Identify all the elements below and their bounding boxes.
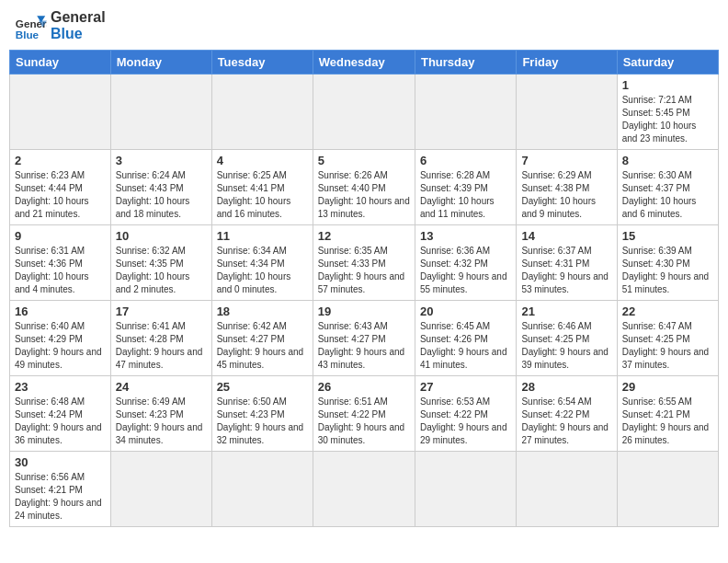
- day-number: 30: [15, 455, 106, 469]
- calendar-day-cell: 3Sunrise: 6:24 AM Sunset: 4:43 PM Daylig…: [110, 150, 211, 225]
- day-number: 3: [116, 154, 207, 167]
- day-info: Sunrise: 6:34 AM Sunset: 4:34 PM Dayligh…: [217, 245, 308, 296]
- day-number: 27: [420, 380, 511, 394]
- calendar-day-cell: [211, 75, 313, 150]
- day-info: Sunrise: 6:37 AM Sunset: 4:31 PM Dayligh…: [521, 245, 611, 296]
- calendar-week-row: 30Sunrise: 6:56 AM Sunset: 4:21 PM Dayli…: [10, 452, 719, 527]
- calendar-day-cell: [313, 452, 415, 527]
- day-number: 29: [622, 380, 713, 394]
- day-info: Sunrise: 6:51 AM Sunset: 4:22 PM Dayligh…: [318, 396, 410, 447]
- day-number: 13: [420, 229, 511, 243]
- page-header: General Blue General Blue: [9, 9, 719, 42]
- calendar-day-cell: [313, 75, 415, 150]
- day-info: Sunrise: 6:26 AM Sunset: 4:40 PM Dayligh…: [318, 169, 410, 221]
- calendar-day-cell: 1Sunrise: 7:21 AM Sunset: 5:45 PM Daylig…: [617, 75, 718, 150]
- day-info: Sunrise: 6:25 AM Sunset: 4:41 PM Dayligh…: [217, 169, 308, 221]
- calendar-header-sunday: Sunday: [10, 51, 111, 75]
- day-number: 21: [521, 304, 611, 318]
- day-info: Sunrise: 7:21 AM Sunset: 5:45 PM Dayligh…: [622, 94, 713, 145]
- calendar-day-cell: [517, 452, 617, 527]
- day-info: Sunrise: 6:36 AM Sunset: 4:32 PM Dayligh…: [420, 245, 511, 296]
- calendar-day-cell: [415, 75, 516, 150]
- day-number: 8: [622, 154, 713, 167]
- logo-general: General: [51, 9, 106, 26]
- calendar-day-cell: [415, 452, 516, 527]
- day-number: 1: [622, 78, 713, 92]
- day-info: Sunrise: 6:29 AM Sunset: 4:38 PM Dayligh…: [521, 169, 611, 221]
- calendar-day-cell: 26Sunrise: 6:51 AM Sunset: 4:22 PM Dayli…: [313, 376, 415, 452]
- day-info: Sunrise: 6:56 AM Sunset: 4:21 PM Dayligh…: [15, 471, 106, 523]
- calendar-header-row: SundayMondayTuesdayWednesdayThursdayFrid…: [10, 51, 719, 75]
- calendar-week-row: 2Sunrise: 6:23 AM Sunset: 4:44 PM Daylig…: [10, 150, 719, 225]
- day-number: 6: [420, 154, 511, 167]
- day-number: 5: [318, 154, 410, 167]
- logo: General Blue General Blue: [14, 9, 106, 42]
- calendar-day-cell: 5Sunrise: 6:26 AM Sunset: 4:40 PM Daylig…: [313, 150, 415, 225]
- calendar-day-cell: 11Sunrise: 6:34 AM Sunset: 4:34 PM Dayli…: [211, 225, 313, 301]
- calendar-day-cell: 6Sunrise: 6:28 AM Sunset: 4:39 PM Daylig…: [415, 150, 516, 225]
- day-number: 17: [116, 304, 207, 318]
- calendar-table: SundayMondayTuesdayWednesdayThursdayFrid…: [9, 50, 719, 527]
- day-number: 2: [15, 154, 106, 167]
- day-number: 24: [116, 380, 207, 394]
- day-info: Sunrise: 6:45 AM Sunset: 4:26 PM Dayligh…: [420, 320, 511, 372]
- calendar-day-cell: 9Sunrise: 6:31 AM Sunset: 4:36 PM Daylig…: [10, 225, 111, 301]
- day-info: Sunrise: 6:49 AM Sunset: 4:23 PM Dayligh…: [116, 396, 207, 447]
- day-info: Sunrise: 6:35 AM Sunset: 4:33 PM Dayligh…: [318, 245, 410, 296]
- day-number: 12: [318, 229, 410, 243]
- calendar-day-cell: 2Sunrise: 6:23 AM Sunset: 4:44 PM Daylig…: [10, 150, 111, 225]
- logo-icon: General Blue: [14, 9, 47, 42]
- calendar-day-cell: 24Sunrise: 6:49 AM Sunset: 4:23 PM Dayli…: [110, 376, 211, 452]
- day-number: 10: [116, 229, 207, 243]
- day-info: Sunrise: 6:31 AM Sunset: 4:36 PM Dayligh…: [15, 245, 106, 296]
- day-info: Sunrise: 6:28 AM Sunset: 4:39 PM Dayligh…: [420, 169, 511, 221]
- calendar-day-cell: 23Sunrise: 6:48 AM Sunset: 4:24 PM Dayli…: [10, 376, 111, 452]
- logo-blue: Blue: [51, 26, 106, 42]
- calendar-day-cell: 4Sunrise: 6:25 AM Sunset: 4:41 PM Daylig…: [211, 150, 313, 225]
- calendar-day-cell: 28Sunrise: 6:54 AM Sunset: 4:22 PM Dayli…: [517, 376, 617, 452]
- calendar-header-monday: Monday: [110, 51, 211, 75]
- day-info: Sunrise: 6:48 AM Sunset: 4:24 PM Dayligh…: [15, 396, 106, 447]
- day-info: Sunrise: 6:54 AM Sunset: 4:22 PM Dayligh…: [521, 396, 611, 447]
- calendar-day-cell: 27Sunrise: 6:53 AM Sunset: 4:22 PM Dayli…: [415, 376, 516, 452]
- day-number: 16: [15, 304, 106, 318]
- calendar-day-cell: 20Sunrise: 6:45 AM Sunset: 4:26 PM Dayli…: [415, 301, 516, 376]
- day-number: 18: [217, 304, 308, 318]
- day-info: Sunrise: 6:43 AM Sunset: 4:27 PM Dayligh…: [318, 320, 410, 372]
- calendar-day-cell: [110, 75, 211, 150]
- day-number: 15: [622, 229, 713, 243]
- day-info: Sunrise: 6:39 AM Sunset: 4:30 PM Dayligh…: [622, 245, 713, 296]
- day-number: 25: [217, 380, 308, 394]
- day-number: 11: [217, 229, 308, 243]
- calendar-day-cell: 17Sunrise: 6:41 AM Sunset: 4:28 PM Dayli…: [110, 301, 211, 376]
- calendar-day-cell: [110, 452, 211, 527]
- calendar-day-cell: 29Sunrise: 6:55 AM Sunset: 4:21 PM Dayli…: [617, 376, 718, 452]
- calendar-day-cell: 16Sunrise: 6:40 AM Sunset: 4:29 PM Dayli…: [10, 301, 111, 376]
- day-number: 23: [15, 380, 106, 394]
- day-info: Sunrise: 6:24 AM Sunset: 4:43 PM Dayligh…: [116, 169, 207, 221]
- calendar-header-saturday: Saturday: [617, 51, 718, 75]
- day-number: 9: [15, 229, 106, 243]
- day-info: Sunrise: 6:53 AM Sunset: 4:22 PM Dayligh…: [420, 396, 511, 447]
- day-info: Sunrise: 6:23 AM Sunset: 4:44 PM Dayligh…: [15, 169, 106, 221]
- day-info: Sunrise: 6:55 AM Sunset: 4:21 PM Dayligh…: [622, 396, 713, 447]
- svg-text:Blue: Blue: [16, 29, 40, 40]
- calendar-day-cell: [617, 452, 718, 527]
- day-number: 14: [521, 229, 611, 243]
- calendar-day-cell: 14Sunrise: 6:37 AM Sunset: 4:31 PM Dayli…: [517, 225, 617, 301]
- calendar-day-cell: 25Sunrise: 6:50 AM Sunset: 4:23 PM Dayli…: [211, 376, 313, 452]
- calendar-day-cell: 7Sunrise: 6:29 AM Sunset: 4:38 PM Daylig…: [517, 150, 617, 225]
- day-info: Sunrise: 6:46 AM Sunset: 4:25 PM Dayligh…: [521, 320, 611, 372]
- calendar-day-cell: 30Sunrise: 6:56 AM Sunset: 4:21 PM Dayli…: [10, 452, 111, 527]
- calendar-day-cell: 18Sunrise: 6:42 AM Sunset: 4:27 PM Dayli…: [211, 301, 313, 376]
- calendar-week-row: 16Sunrise: 6:40 AM Sunset: 4:29 PM Dayli…: [10, 301, 719, 376]
- calendar-week-row: 23Sunrise: 6:48 AM Sunset: 4:24 PM Dayli…: [10, 376, 719, 452]
- calendar-header-tuesday: Tuesday: [211, 51, 313, 75]
- day-number: 26: [318, 380, 410, 394]
- calendar-header-wednesday: Wednesday: [313, 51, 415, 75]
- day-info: Sunrise: 6:50 AM Sunset: 4:23 PM Dayligh…: [217, 396, 308, 447]
- day-info: Sunrise: 6:47 AM Sunset: 4:25 PM Dayligh…: [622, 320, 713, 372]
- day-info: Sunrise: 6:41 AM Sunset: 4:28 PM Dayligh…: [116, 320, 207, 372]
- calendar-day-cell: 21Sunrise: 6:46 AM Sunset: 4:25 PM Dayli…: [517, 301, 617, 376]
- calendar-day-cell: 22Sunrise: 6:47 AM Sunset: 4:25 PM Dayli…: [617, 301, 718, 376]
